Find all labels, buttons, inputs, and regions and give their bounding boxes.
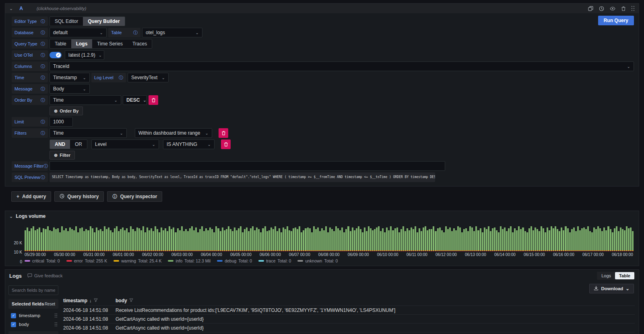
time-column-select[interactable]: Timestamp⌄: [50, 73, 90, 82]
collapse-chevron-icon[interactable]: ⌄: [9, 214, 13, 219]
volume-bar: [43, 228, 44, 251]
info-icon[interactable]: ⓘ: [41, 86, 45, 92]
option-logs[interactable]: Logs: [597, 272, 615, 279]
table-row[interactable]: 2024-06-18 14:51:08GetCartAsync called w…: [63, 323, 635, 332]
legend-item-info[interactable]: infoTotal: 12.3 Mil: [168, 258, 211, 263]
table-row[interactable]: 2024-06-18 14:51:08Receive ListRecommend…: [63, 305, 635, 314]
option-table[interactable]: Table: [615, 272, 634, 279]
copy-icon[interactable]: [588, 6, 593, 11]
volume-bar: [492, 228, 493, 251]
volume-bar: [293, 228, 294, 251]
sort-desc-icon[interactable]: ↓: [89, 298, 92, 303]
filter-icon[interactable]: [94, 298, 98, 303]
trash-icon[interactable]: [621, 6, 626, 11]
option-and[interactable]: AND: [50, 140, 70, 149]
legend-item-critical[interactable]: criticalTotal: 0: [25, 258, 60, 263]
option-traces[interactable]: Traces: [128, 39, 152, 48]
timestamp-column-header[interactable]: timestamp: [63, 298, 87, 303]
sql-preview-label: SQL Previewⓘ: [12, 172, 48, 182]
volume-bar: [484, 227, 485, 251]
filter2-field-select[interactable]: Level⌄: [91, 139, 159, 149]
legend-item-trace[interactable]: traceTotal: 0: [258, 258, 291, 263]
volume-bar: [569, 232, 571, 251]
option-sql-editor[interactable]: SQL Editor: [50, 17, 83, 26]
give-feedback-link[interactable]: Give feedback: [27, 273, 62, 279]
filter-field-select[interactable]: Time⌄: [50, 128, 127, 138]
order-by-field-select[interactable]: Time⌄: [50, 95, 121, 105]
drag-handle-icon[interactable]: [55, 314, 58, 318]
info-icon[interactable]: ⓘ: [133, 30, 138, 36]
remove-filter2-button[interactable]: [221, 139, 231, 149]
database-select[interactable]: default⌄: [50, 28, 107, 37]
info-icon[interactable]: ⓘ: [41, 52, 45, 58]
drag-handle-icon[interactable]: [55, 322, 58, 326]
remove-order-by-button[interactable]: [149, 95, 158, 105]
option-or[interactable]: OR: [70, 140, 87, 149]
info-icon[interactable]: ⓘ: [41, 30, 45, 36]
history-icon[interactable]: [599, 6, 604, 11]
columns-multiselect[interactable]: TraceId⌄: [50, 61, 634, 71]
database-label: Databaseⓘ: [12, 28, 48, 37]
query-inspector-button[interactable]: ⓘ Query inspector: [107, 191, 162, 202]
field-item-body: ✓body: [8, 320, 58, 329]
add-query-button[interactable]: + Add query: [11, 191, 51, 202]
option-table[interactable]: Table: [50, 39, 71, 48]
order-direction-select[interactable]: DESC⌄: [123, 95, 147, 105]
limit-input[interactable]: [50, 117, 73, 127]
option-logs[interactable]: Logs: [71, 39, 93, 48]
filter-icon[interactable]: [129, 298, 133, 303]
volume-bar: [199, 229, 201, 251]
drag-handle-icon[interactable]: [632, 6, 635, 11]
volume-bar: [57, 228, 59, 251]
filter2-operator-select[interactable]: IS ANYTHING⌄: [163, 139, 215, 149]
add-filter-button[interactable]: ⊕ Filter: [50, 151, 75, 160]
legend-item-unknown[interactable]: unknownTotal: 0: [297, 258, 338, 263]
table-row[interactable]: 2024-06-18 14:51:08GetCartAsync called w…: [63, 314, 635, 323]
add-order-by-button[interactable]: ⊕ Order By: [50, 107, 83, 115]
option-time-series[interactable]: Time Series: [92, 39, 128, 48]
x-tick-label: 06/02 00:00: [142, 252, 163, 257]
eye-icon[interactable]: [610, 6, 615, 11]
field-checkbox[interactable]: ✓: [11, 313, 16, 318]
volume-bar: [193, 230, 195, 251]
volume-bar: [352, 227, 353, 251]
run-query-button[interactable]: Run Query: [598, 16, 634, 25]
volume-bar: [561, 227, 562, 251]
info-icon[interactable]: ⓘ: [41, 97, 45, 103]
field-checkbox[interactable]: ✓: [11, 322, 16, 327]
info-icon[interactable]: ⓘ: [41, 64, 45, 70]
download-button[interactable]: Download ⌄: [589, 284, 634, 293]
message-filter-input[interactable]: [50, 161, 445, 171]
table-row[interactable]: 2024-06-18 14:51:08Receive ListRecommend…: [63, 332, 635, 334]
info-icon[interactable]: ⓘ: [43, 163, 48, 169]
reset-fields-button[interactable]: Reset: [45, 302, 55, 306]
volume-bar: [289, 230, 290, 251]
legend-item-warning[interactable]: warningTotal: 25.4 K: [114, 258, 161, 263]
info-icon[interactable]: ⓘ: [119, 75, 123, 81]
search-fields-input[interactable]: [8, 285, 58, 295]
legend-total: Total: 0: [278, 258, 291, 263]
info-icon[interactable]: ⓘ: [41, 75, 45, 81]
download-icon: [594, 286, 599, 291]
table-select[interactable]: otel_logs⌄: [142, 28, 202, 37]
logs-volume-chart[interactable]: 20 K10 K0 05/29 00:0005/30 00:0005/31 00…: [11, 225, 633, 264]
message-column-select[interactable]: Body⌄: [50, 84, 90, 94]
use-otel-toggle[interactable]: ✓: [50, 52, 62, 58]
info-icon[interactable]: ⓘ: [41, 41, 45, 47]
info-icon[interactable]: ⓘ: [41, 119, 45, 125]
body-column-header[interactable]: body: [116, 298, 127, 303]
otel-version-select[interactable]: latest (1.2.9)⌄: [65, 50, 104, 60]
option-query-builder[interactable]: Query Builder: [83, 17, 124, 26]
x-tick-label: 06/13 00:00: [465, 252, 486, 257]
filter-range-select[interactable]: Within dashboard time range⌄: [135, 128, 212, 138]
legend-item-error[interactable]: errorTotal: 255 K: [66, 258, 107, 263]
log-level-select[interactable]: SeverityText⌄: [128, 73, 169, 82]
info-icon[interactable]: ⓘ: [41, 174, 45, 180]
legend-item-debug[interactable]: debugTotal: 0: [217, 258, 252, 263]
query-history-button[interactable]: Query history: [54, 191, 104, 202]
info-icon[interactable]: ⓘ: [41, 18, 45, 25]
info-icon[interactable]: ⓘ: [41, 130, 45, 136]
volume-bar: [396, 227, 398, 251]
collapse-chevron-icon[interactable]: ⌄: [9, 6, 13, 11]
remove-filter-button[interactable]: [219, 128, 228, 138]
